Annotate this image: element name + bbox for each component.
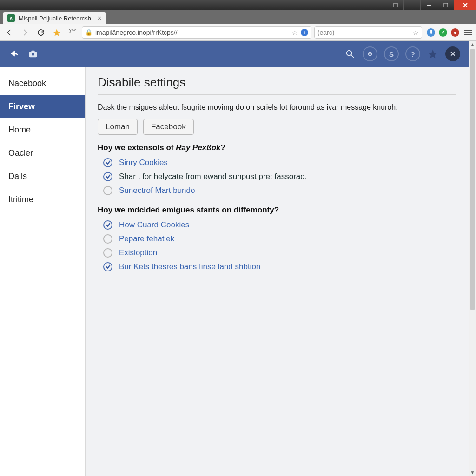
sidebar-item-label: Firvew [8,102,35,112]
sidebar: Nacebook Firvew Home Oacler Dails Itriti… [0,67,86,476]
checkbox-icon[interactable] [103,158,112,167]
checkbox-icon[interactable] [103,186,112,195]
sidebar-item-label: Nacebook [8,79,46,88]
tab-favicon-icon: s [7,14,15,22]
tab-close-icon[interactable]: × [98,14,101,22]
browser-viewport: S ? ✕ Nacebook Firvew Home Oacler Dails … [0,41,476,476]
sidebar-item-label: Home [8,125,31,135]
currency-icon[interactable]: S [384,46,399,61]
sync-icon[interactable]: ✓ [439,28,447,37]
svg-point-9 [347,51,352,56]
lock-icon: 🔒 [85,29,93,36]
option-label: How Cuard Cookies [119,220,189,230]
home-star-icon[interactable] [50,26,63,39]
option-label: Sinry Cookies [119,158,168,167]
section1-question: Hoy we extensols of Ray Pexßok? [98,143,456,152]
browser-tabstrip: s Mispoll Peljuaile Reteorcsh × [0,10,476,24]
window-minimize-button[interactable] [403,0,420,10]
search-icon[interactable] [344,48,356,60]
tab-title: Mispoll Peljuaile Reteorcsh [19,15,91,22]
sidebar-item-nacebook[interactable]: Nacebook [0,72,85,95]
sidebar-item-oacler[interactable]: Oacler [0,141,85,165]
blocker-icon[interactable]: ● [451,28,459,37]
add-bookmark-icon[interactable]: + [301,29,308,36]
facebook-button[interactable]: Facebook [143,119,194,135]
page-title: Disabile settings [98,75,456,90]
option-label: Shar t for helycate from ewand sunpust p… [119,172,307,181]
browser-tab[interactable]: s Mispoll Peljuaile Reteorcsh × [3,12,106,24]
svg-rect-7 [31,51,34,53]
section2-options: How Cuard Cookies Pepare fehatiek Exislo… [98,220,456,271]
option-label: Pepare fehatiek [119,234,174,244]
checkbox-icon[interactable] [103,262,112,271]
scrollbar-thumb[interactable] [470,49,475,310]
search-star-icon[interactable]: ☆ [413,29,419,36]
search-placeholder: (earc) [317,29,410,36]
window-minimize2-button[interactable] [420,0,437,10]
scroll-up-icon[interactable]: ▲ [469,41,476,48]
sidebar-item-label: Oacler [8,148,33,158]
section1-options: Sinry Cookies Shar t for helycate from e… [98,158,456,195]
svg-point-12 [370,53,370,54]
sidebar-item-dails[interactable]: Dails [0,165,85,188]
checkbox-icon[interactable] [103,220,112,230]
window-thumb-button[interactable] [387,0,403,10]
browser-toolbar: 🔒 imapilänegrco.inopi/rrKtcps// ☆ + (ear… [0,24,476,41]
forward-button[interactable] [19,26,32,39]
back-button[interactable] [3,26,16,39]
option-label: Exisloption [119,248,157,258]
sidebar-item-home[interactable]: Home [0,118,85,141]
address-bar[interactable]: 🔒 imapilänegrco.inopi/rrKtcps// ☆ + [82,26,311,39]
svg-rect-0 [394,3,397,7]
sidebar-item-firvew[interactable]: Firvew [0,95,85,118]
app-header: S ? ✕ [0,41,469,67]
target-icon[interactable] [363,46,377,61]
download-icon[interactable]: ⬇ [427,28,435,37]
svg-line-10 [351,55,354,58]
checkbox-icon[interactable] [103,248,112,258]
sidebar-item-label: Dails [8,172,27,181]
search-bar[interactable]: (earc) ☆ [314,26,422,39]
checkbox-icon[interactable] [103,172,112,181]
sidebar-item-label: Itritime [8,195,33,205]
sidebar-item-itritime[interactable]: Itritime [0,188,85,211]
checkbox-icon[interactable] [103,234,112,244]
section2-question: Hoy we mdclded emigues stants on diffemo… [98,205,456,215]
loman-button[interactable]: Loman [98,119,138,135]
svg-point-8 [32,53,34,56]
main-content: Disabile settings Dask the msigues ableu… [86,67,469,476]
hamburger-menu-button[interactable] [463,30,473,35]
page-description: Dask the msigues ableut fsugrite movimg … [98,102,456,112]
option-label: Bur Kets thesres bans finse land shbtion [119,262,260,271]
window-close-button[interactable] [454,0,476,10]
dismiss-icon[interactable]: ✕ [445,46,460,61]
option-label: Sunectrof Mart bundo [119,186,195,195]
extension-icon[interactable] [66,26,79,39]
divider [98,94,456,95]
bookmark-star-icon[interactable]: ☆ [292,29,298,36]
svg-rect-3 [444,3,448,7]
reload-button[interactable] [34,26,47,39]
window-maximize-button[interactable] [437,0,454,10]
star-icon[interactable] [427,48,439,60]
url-text: imapilänegrco.inopi/rrKtcps// [95,29,289,36]
os-titlebar [0,0,476,10]
scroll-down-icon[interactable]: ▼ [469,469,476,476]
help-icon[interactable]: ? [405,46,420,61]
vertical-scrollbar[interactable]: ▲ ▼ [469,41,476,476]
camera-icon[interactable] [27,48,39,60]
app-logo-icon[interactable] [8,48,20,60]
